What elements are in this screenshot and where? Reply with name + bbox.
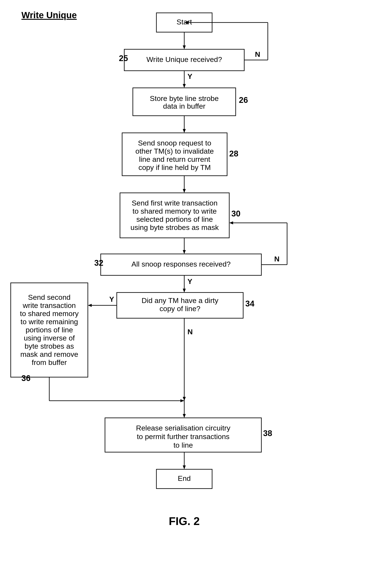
n25-y-label: Y: [187, 72, 192, 80]
fig-label: FIG. 2: [169, 515, 200, 527]
n34-y-label: Y: [109, 295, 114, 303]
svg-marker-1: [183, 45, 186, 49]
n36-line4: to write remaining: [21, 318, 78, 326]
n32-y-label: Y: [187, 277, 192, 286]
page: Write Unique Start Write Unique received…: [0, 0, 367, 588]
svg-marker-9: [183, 129, 186, 133]
n28-line2: other TM(s) to invalidate: [135, 147, 214, 155]
n36-line2: write transaction: [23, 301, 76, 310]
svg-marker-26: [183, 397, 186, 401]
svg-marker-24: [180, 399, 184, 402]
n34-number: 34: [245, 299, 254, 308]
n38-line3: to line: [174, 441, 193, 449]
start-label: Start: [176, 18, 192, 26]
n30-line3: selected portions of line: [136, 215, 213, 223]
n30-line4: using byte strobes as mask: [131, 223, 219, 231]
n36-number: 36: [21, 374, 30, 383]
n36-line9: from buffer: [32, 358, 67, 366]
n26-number: 26: [239, 96, 248, 105]
svg-marker-17: [229, 221, 233, 224]
diagram: Write Unique Start Write Unique received…: [0, 0, 367, 588]
n32-n-label: N: [274, 255, 280, 263]
n38-line2: to permit further transactions: [137, 432, 230, 441]
n36-line1: Send second: [28, 293, 71, 301]
n32-label: All snoop responses received?: [131, 260, 231, 268]
n25-label: Write Unique received?: [147, 55, 222, 63]
n36-line3: to shared memory: [20, 310, 79, 318]
n34-line2: copy of line?: [160, 304, 200, 313]
n30-line1: Send first write transaction: [132, 199, 218, 207]
svg-marker-13: [183, 250, 186, 254]
n26-line2: data in buffer: [163, 102, 205, 110]
n36-line8: mask and remove: [20, 350, 78, 358]
n32-number: 32: [94, 258, 103, 268]
n36-line5: portions of line: [25, 326, 73, 334]
svg-marker-28: [183, 414, 186, 418]
svg-marker-30: [183, 465, 186, 469]
n28-line3: line and return current: [139, 155, 210, 163]
page-title: Write Unique: [21, 10, 77, 20]
svg-marker-19: [183, 289, 186, 293]
n30-number: 30: [231, 209, 240, 218]
svg-marker-21: [88, 304, 92, 307]
n34-n-label: N: [187, 328, 193, 336]
n34-line1: Did any TM have a dirty: [142, 296, 218, 304]
n28-line4: copy if line held by TM: [138, 163, 211, 171]
n25-number: 25: [119, 54, 128, 63]
n36-line7: byte strobes as: [25, 342, 74, 350]
end-label: End: [178, 474, 191, 482]
n28-number: 28: [229, 149, 238, 158]
n36-line6: using inverse of: [24, 334, 75, 342]
n25-n-label: N: [255, 50, 260, 58]
n38-line1: Release serialisation circuitry: [136, 424, 230, 432]
svg-marker-11: [183, 189, 186, 193]
n26-line1: Store byte line strobe: [150, 94, 218, 102]
n38-number: 38: [263, 429, 272, 438]
svg-marker-7: [183, 84, 186, 88]
n30-line2: to shared memory to write: [132, 207, 217, 215]
n28-line1: Send snoop request to: [138, 139, 211, 147]
